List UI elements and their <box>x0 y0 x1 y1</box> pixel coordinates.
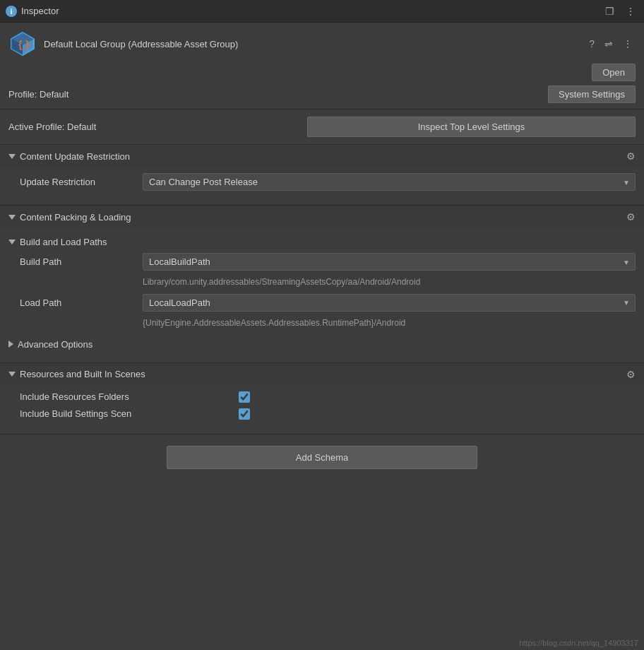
resources-builtin-scenes-title: Resources and Built In Scenes <box>20 369 626 379</box>
menu-button[interactable]: ⋮ <box>623 4 638 18</box>
profile-label: Profile: Default <box>8 89 68 100</box>
resources-gear-icon[interactable]: ⚙ <box>626 369 636 380</box>
title-bar-left: i Inspector <box>6 6 602 17</box>
title-bar-right: ❐ ⋮ <box>602 4 638 18</box>
load-path-select-wrapper: LocalLoadPath RemoteLoadPath Custom <box>143 294 636 312</box>
build-paths-collapse-icon <box>8 240 16 244</box>
content-update-restriction-section: Content Update Restriction ⚙ Update Rest… <box>0 145 644 206</box>
include-resources-folders-row: Include Resources Folders <box>8 391 636 403</box>
add-schema-section: Add Schema <box>0 435 644 480</box>
active-profile-label: Active Profile: Default <box>8 122 307 132</box>
header-top: { } Default Local Group (Addressable Ass… <box>8 30 636 58</box>
content-update-restriction-header[interactable]: Content Update Restriction ⚙ <box>0 145 644 167</box>
adjust-button[interactable]: ⇌ <box>602 37 616 51</box>
resources-builtin-scenes-header[interactable]: Resources and Built In Scenes ⚙ <box>0 363 644 386</box>
update-restriction-select[interactable]: Can Change Post Release Cannot Change Po… <box>143 173 636 191</box>
active-profile-row: Active Profile: Default Inspect Top Leve… <box>0 110 644 145</box>
update-restriction-select-wrapper: Can Change Post Release Cannot Change Po… <box>143 173 636 191</box>
content-update-restriction-title: Content Update Restriction <box>20 151 626 162</box>
profile-row: Profile: Default System Settings <box>8 85 636 103</box>
update-restriction-label: Update Restriction <box>8 177 143 187</box>
include-resources-folders-label: Include Resources Folders <box>20 391 239 402</box>
info-icon: i <box>6 6 17 17</box>
header-section: { } Default Local Group (Addressable Ass… <box>0 23 644 110</box>
asset-icon: { } <box>8 30 37 58</box>
build-path-label: Build Path <box>8 256 143 267</box>
system-settings-button[interactable]: System Settings <box>548 85 636 103</box>
load-path-row: Load Path LocalLoadPath RemoteLoadPath C… <box>8 294 636 312</box>
load-path-label: Load Path <box>8 297 143 308</box>
content-packing-loading-section: Content Packing & Loading ⚙ Build and Lo… <box>0 206 644 363</box>
header-actions: ? ⇌ ⋮ <box>586 37 636 51</box>
content-packing-gear-icon[interactable]: ⚙ <box>626 211 636 223</box>
inspector-title: Inspector <box>21 6 59 16</box>
footer: https://blog.csdn.net/qq_14903317 <box>519 639 638 647</box>
load-path-select[interactable]: LocalLoadPath RemoteLoadPath Custom <box>143 294 636 312</box>
build-load-paths-title: Build and Load Paths <box>20 237 107 247</box>
content-packing-title: Content Packing & Loading <box>20 212 626 223</box>
header-menu-button[interactable]: ⋮ <box>620 37 636 51</box>
svg-text:}: } <box>25 39 30 50</box>
resources-builtin-scenes-section: Resources and Built In Scenes ⚙ Include … <box>0 363 644 435</box>
build-path-row: Build Path LocalBuildPath RemoteBuildPat… <box>8 253 636 271</box>
footer-url: https://blog.csdn.net/qq_14903317 <box>519 639 638 647</box>
advanced-options-row[interactable]: Advanced Options <box>8 335 636 354</box>
content-packing-loading-header[interactable]: Content Packing & Loading ⚙ <box>0 206 644 228</box>
gear-icon[interactable]: ⚙ <box>626 150 636 162</box>
content-packing-collapse-icon <box>8 215 16 220</box>
inspect-top-level-button[interactable]: Inspect Top Level Settings <box>307 117 636 137</box>
help-button[interactable]: ? <box>586 37 597 51</box>
build-path-select-wrapper: LocalBuildPath RemoteBuildPath Custom <box>143 253 636 271</box>
content-update-restriction-body: Update Restriction Can Change Post Relea… <box>0 167 644 205</box>
build-load-paths-header[interactable]: Build and Load Paths <box>8 234 636 253</box>
build-path-hint: Library/com.unity.addressables/Streaming… <box>8 276 636 288</box>
update-restriction-row: Update Restriction Can Change Post Relea… <box>8 173 636 191</box>
load-path-hint: {UnityEngine.AddressableAssets.Addressab… <box>8 317 636 329</box>
collapse-arrow-icon <box>8 154 16 159</box>
title-bar: i Inspector ❐ ⋮ <box>0 0 644 23</box>
include-build-settings-scenes-checkbox[interactable] <box>239 408 250 420</box>
build-path-select[interactable]: LocalBuildPath RemoteBuildPath Custom <box>143 253 636 271</box>
open-button[interactable]: Open <box>592 64 636 81</box>
asset-name: Default Local Group (Addressable Asset G… <box>44 39 579 49</box>
add-schema-button[interactable]: Add Schema <box>167 446 477 469</box>
restore-button[interactable]: ❐ <box>602 4 617 18</box>
resources-collapse-icon <box>8 372 16 377</box>
content-packing-body: Build and Load Paths Build Path LocalBui… <box>0 228 644 362</box>
svg-text:{: { <box>18 39 23 50</box>
include-build-settings-scenes-label: Include Build Settings Scen <box>20 408 239 419</box>
resources-builtin-scenes-body: Include Resources Folders Include Build … <box>0 386 644 434</box>
advanced-options-expand-icon <box>8 341 13 348</box>
include-build-settings-scenes-row: Include Build Settings Scen <box>8 408 636 420</box>
include-resources-folders-checkbox[interactable] <box>239 391 250 403</box>
advanced-options-label: Advanced Options <box>18 339 93 350</box>
